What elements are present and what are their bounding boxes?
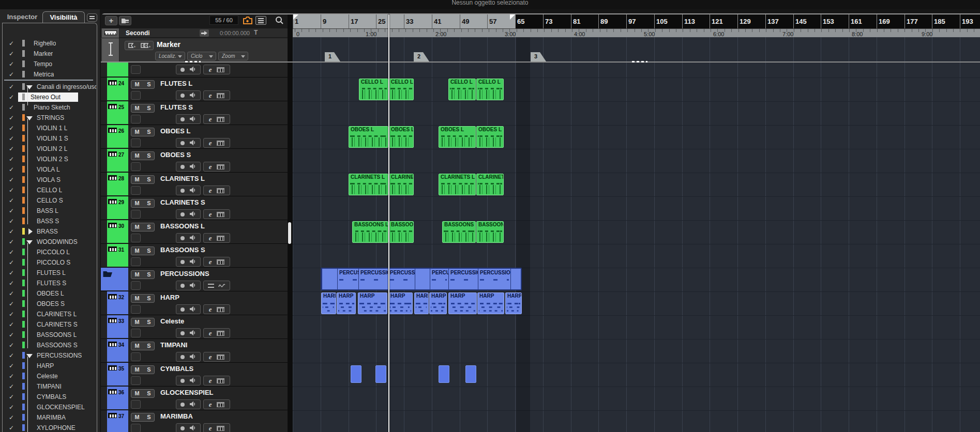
automation-box[interactable] <box>131 234 141 242</box>
marker-localize-dropdown[interactable]: Localiz. <box>155 52 185 60</box>
record-enable-icon[interactable] <box>180 117 185 121</box>
solo-button[interactable]: S <box>143 271 155 277</box>
solo-button[interactable]: S <box>143 366 155 373</box>
check-icon[interactable]: ✓ <box>9 249 14 256</box>
record-enable-icon[interactable] <box>180 165 185 169</box>
visibility-item-violin-1-l[interactable]: ✓VIOLIN 1 L <box>3 123 97 133</box>
ruler-track-header[interactable]: Secondi 0:00:00.000 T <box>101 28 288 38</box>
check-icon[interactable]: ✓ <box>9 71 14 78</box>
visibility-item-celeste[interactable]: ✓Celeste <box>3 371 97 381</box>
check-icon[interactable]: ✓ <box>9 311 14 318</box>
track-row-clarinets-l[interactable]: 28MSCLARINETS Le <box>101 173 288 196</box>
automation-box[interactable] <box>131 376 141 385</box>
edit-channel-icon[interactable]: e <box>209 307 212 312</box>
solo-button[interactable]: S <box>143 295 155 301</box>
magnifier-icon[interactable] <box>274 16 285 25</box>
solo-button[interactable]: S <box>143 105 155 111</box>
edit-channel-icon[interactable]: e <box>209 164 212 169</box>
edit-channel-icon[interactable]: e <box>209 331 212 336</box>
edit-channel-icon[interactable]: e <box>209 402 212 407</box>
visibility-item-viola-l[interactable]: ✓VIOLA L <box>3 164 97 175</box>
monitor-icon[interactable] <box>189 234 196 243</box>
visibility-item-clarinets-s[interactable]: ✓CLARINETS S <box>3 319 97 330</box>
mute-button[interactable]: M <box>131 200 143 206</box>
folder-part-segment[interactable]: PERCUSSIONS <box>337 269 358 289</box>
check-icon[interactable]: ✓ <box>9 393 14 400</box>
record-enable-icon[interactable] <box>180 94 185 98</box>
mute-button[interactable]: M <box>131 248 143 254</box>
track-row-timpani[interactable]: 34MSTIMPANIe <box>101 339 288 363</box>
solo-button[interactable]: S <box>143 319 155 325</box>
instrument-icon[interactable] <box>217 236 224 241</box>
record-enable-icon[interactable] <box>180 331 185 335</box>
instrument-icon[interactable] <box>217 402 224 407</box>
edit-channel-icon[interactable]: e <box>209 67 212 72</box>
monitor-icon[interactable] <box>189 257 196 267</box>
instrument-icon[interactable] <box>217 93 224 98</box>
automation-box[interactable] <box>131 115 141 124</box>
check-icon[interactable]: ✓ <box>9 135 14 142</box>
playhead-cursor[interactable] <box>388 14 389 432</box>
track-row-percussions[interactable]: MSPERCUSSIONS <box>101 268 288 291</box>
monitor-icon[interactable] <box>189 65 196 74</box>
automation-box[interactable] <box>131 305 141 314</box>
check-icon[interactable]: ✓ <box>9 145 14 152</box>
check-icon[interactable]: ✓ <box>9 156 14 163</box>
expand-arrow-right-icon[interactable] <box>28 228 33 235</box>
monitor-icon[interactable] <box>189 138 196 148</box>
track-row-clarinets-s[interactable]: 29MSCLARINETS Se <box>101 196 288 220</box>
midi-clip-clarinets-l[interactable]: CLARINETS L <box>439 174 476 195</box>
marker-flag-3[interactable]: 3 <box>531 52 546 61</box>
check-icon[interactable]: ✓ <box>9 94 14 101</box>
visibility-item-piccolo-l[interactable]: ✓PICCOLO L <box>3 247 97 257</box>
monitor-icon[interactable] <box>189 329 196 338</box>
mute-button[interactable]: M <box>131 81 143 87</box>
instrument-icon[interactable] <box>217 307 224 312</box>
record-enable-icon[interactable] <box>180 307 185 312</box>
check-icon[interactable]: ✓ <box>9 331 14 338</box>
midi-clip-harp[interactable]: HARP <box>337 292 356 314</box>
visibility-item-violin-2-s[interactable]: ✓VIOLIN 2 S <box>3 154 97 164</box>
record-enable-icon[interactable] <box>180 403 185 407</box>
visibility-item-timpani[interactable]: ✓TIMPANI <box>3 381 97 392</box>
instrument-icon[interactable] <box>217 331 224 336</box>
midi-clip-harp[interactable]: HARP <box>477 292 504 314</box>
record-enable-icon[interactable] <box>180 189 185 193</box>
folder-part-segment[interactable] <box>322 269 337 289</box>
mute-solo-buttons[interactable]: MS <box>131 365 155 374</box>
mute-button[interactable]: M <box>131 295 143 301</box>
monitor-icon[interactable] <box>189 424 196 432</box>
edit-channel-icon[interactable]: e <box>209 93 212 98</box>
check-icon[interactable]: ✓ <box>9 290 14 297</box>
midi-clip-unnamed[interactable] <box>465 365 476 383</box>
monitor-icon[interactable] <box>189 352 196 362</box>
mute-solo-buttons[interactable]: MS <box>131 318 155 327</box>
midi-clip-bassoons-l[interactable]: BASSOONS L <box>442 221 476 243</box>
automation-box[interactable] <box>131 400 141 409</box>
visibility-item-marker[interactable]: ✓Marker <box>3 49 97 59</box>
check-icon[interactable]: ✓ <box>9 362 14 369</box>
automation-box[interactable] <box>131 91 141 100</box>
automation-box[interactable] <box>131 329 141 337</box>
arrange-area[interactable]: 123CELLO LCELLO LCELLO LCELLO LOBOES LOB… <box>293 37 980 432</box>
check-icon[interactable]: ✓ <box>9 321 14 328</box>
check-icon[interactable]: ✓ <box>9 259 14 266</box>
mute-solo-buttons[interactable]: MS <box>131 199 155 208</box>
mute-button[interactable]: M <box>131 366 143 373</box>
record-enable-icon[interactable] <box>180 68 185 72</box>
record-enable-icon[interactable] <box>180 426 185 430</box>
check-icon[interactable]: ✓ <box>9 166 14 173</box>
check-icon[interactable]: ✓ <box>9 40 14 47</box>
midi-clip-harp[interactable]: HARP <box>388 292 413 314</box>
edit-channel-icon[interactable]: e <box>209 426 212 431</box>
edit-channel-icon[interactable]: e <box>209 141 212 146</box>
check-icon[interactable]: ✓ <box>9 414 14 421</box>
check-icon[interactable]: ✓ <box>9 83 14 90</box>
check-icon[interactable]: ✓ <box>9 197 14 204</box>
automation-box[interactable] <box>131 424 141 432</box>
check-icon[interactable]: ✓ <box>9 218 14 225</box>
monitor-icon[interactable] <box>189 400 196 409</box>
folder-part-percussions[interactable]: PERCUSSIONSPERCUSSIONSPERCUSSIONSPERCUSS… <box>321 268 522 290</box>
visibility-item-righello[interactable]: ✓Righello <box>3 38 97 49</box>
automation-box[interactable] <box>131 65 141 74</box>
